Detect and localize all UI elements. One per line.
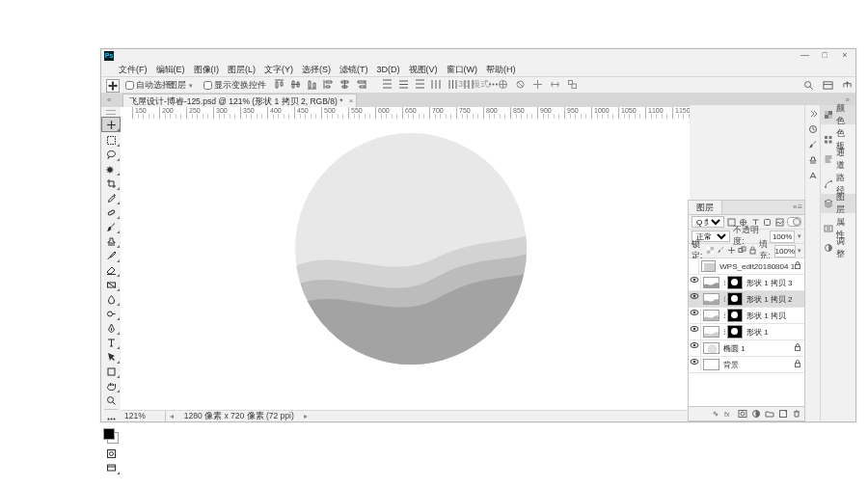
brush-panel-icon[interactable] xyxy=(806,138,820,151)
menu-item[interactable]: 滤镜(T) xyxy=(339,65,368,74)
gradient-tool[interactable] xyxy=(102,278,120,291)
link-layers-icon[interactable] xyxy=(710,409,720,420)
lock-trans-icon[interactable] xyxy=(706,246,715,256)
filter-toggle[interactable] xyxy=(787,217,801,227)
menu-bar[interactable]: 文件(F)编辑(E)图像(I)图层(L)文字(Y)选择(S)滤镜(T)3D(D)… xyxy=(101,63,855,77)
layer-mask-thumb[interactable] xyxy=(727,292,743,306)
orbit-icon[interactable] xyxy=(497,78,509,91)
auto-select-checkbox[interactable]: 自动选择: xyxy=(125,79,174,92)
layer-thumb[interactable] xyxy=(703,342,719,354)
align-top-icon[interactable] xyxy=(273,78,285,91)
dodge-tool[interactable] xyxy=(102,307,120,320)
healing-tool[interactable] xyxy=(102,205,120,219)
filter-smart-icon[interactable] xyxy=(774,217,785,228)
menu-item[interactable]: 视图(V) xyxy=(409,65,438,74)
visibility-toggle[interactable] xyxy=(689,258,699,274)
share-icon[interactable] xyxy=(840,78,854,92)
quickmask-icon[interactable] xyxy=(102,447,120,460)
distribute-bottom-icon[interactable] xyxy=(414,78,426,91)
layer-thumb[interactable] xyxy=(703,310,719,321)
history-brush-tool[interactable] xyxy=(102,249,120,262)
panel-tab-adjust[interactable]: 调整 xyxy=(821,238,855,258)
delete-layer-icon[interactable] xyxy=(791,409,801,420)
screenmode-icon[interactable] xyxy=(102,461,120,474)
eyedropper-tool[interactable] xyxy=(102,191,120,204)
align-vcenter-icon[interactable] xyxy=(289,78,302,91)
fill-value[interactable]: 100% xyxy=(774,245,796,258)
layer-thumb[interactable] xyxy=(701,260,716,272)
edit-toolbar-icon[interactable] xyxy=(102,412,120,425)
lock-all-icon[interactable] xyxy=(748,246,757,256)
layer-row[interactable]: ⁞形状 1 xyxy=(689,324,804,340)
layer-name[interactable]: 形状 1 拷贝 2 xyxy=(745,294,793,305)
align-left-icon[interactable] xyxy=(322,78,335,91)
move-tool-icon[interactable] xyxy=(106,79,120,93)
pen-tool[interactable] xyxy=(102,321,120,335)
adjustment-icon[interactable] xyxy=(750,409,761,420)
menu-item[interactable]: 文字(Y) xyxy=(264,65,293,74)
layer-thumb[interactable] xyxy=(703,293,719,305)
pan-icon[interactable] xyxy=(531,78,544,91)
visibility-toggle[interactable] xyxy=(689,357,701,372)
layer-name[interactable]: 形状 1 xyxy=(745,327,769,338)
layer-row[interactable]: ⁞形状 1 拷贝 xyxy=(689,308,804,324)
eraser-tool[interactable] xyxy=(102,263,120,277)
slide-icon[interactable] xyxy=(549,78,561,91)
panel-tab-swatch[interactable]: 颜色 xyxy=(821,105,855,124)
align-right-icon[interactable] xyxy=(355,78,367,91)
brush-tool[interactable] xyxy=(102,220,120,233)
collapse-arrow-icon[interactable] xyxy=(806,107,820,121)
zoom-tool[interactable] xyxy=(102,393,120,407)
menu-item[interactable]: 窗口(W) xyxy=(447,65,478,74)
wand-tool[interactable] xyxy=(102,162,120,176)
align-hcenter-icon[interactable] xyxy=(339,78,351,91)
distribute-left-icon[interactable] xyxy=(430,78,443,91)
document-tab[interactable]: 飞屋设计-博睿-125.psd @ 121% (形状 1 拷贝 2, RGB/8… xyxy=(122,94,357,108)
layer-row[interactable]: 椭圆 1 xyxy=(689,340,804,357)
menu-item[interactable]: 选择(S) xyxy=(302,65,331,74)
layer-thumb[interactable] xyxy=(703,326,719,338)
history-panel-icon[interactable] xyxy=(806,122,820,136)
lock-paint-icon[interactable] xyxy=(717,246,725,256)
menu-item[interactable]: 编辑(E) xyxy=(156,65,185,74)
status-left-arrow[interactable]: ◂ xyxy=(168,412,176,420)
path-select-tool[interactable] xyxy=(102,350,120,364)
layer-name[interactable]: WPS_edit20180804 10... xyxy=(718,262,794,271)
character-panel-icon[interactable] xyxy=(806,169,820,182)
type-tool[interactable] xyxy=(102,336,120,349)
show-transform-checkbox[interactable]: 显示变换控件 xyxy=(203,79,266,92)
visibility-toggle[interactable] xyxy=(689,291,701,307)
search-icon[interactable] xyxy=(801,78,815,92)
doc-info[interactable]: 1280 像素 x 720 像素 (72 ppi) xyxy=(178,411,300,421)
layer-name[interactable]: 形状 1 拷贝 xyxy=(745,311,786,321)
align-bottom-icon[interactable] xyxy=(306,78,318,91)
distribute-vcenter-icon[interactable] xyxy=(397,78,410,91)
menu-item[interactable]: 文件(F) xyxy=(119,65,148,74)
tab-scroll-left[interactable]: « xyxy=(107,95,111,104)
toolbox-grip[interactable] xyxy=(106,110,116,115)
maximize-button[interactable]: □ xyxy=(816,49,833,61)
visibility-toggle[interactable] xyxy=(689,275,701,290)
layer-mask-thumb[interactable] xyxy=(727,309,743,322)
menu-item[interactable]: 帮助(H) xyxy=(486,65,516,74)
layer-name[interactable]: 背景 xyxy=(721,360,739,370)
menu-item[interactable]: 图像(I) xyxy=(194,65,220,74)
scale-icon[interactable] xyxy=(566,78,579,91)
panel-tab-layers[interactable]: 图层 xyxy=(821,194,855,213)
minimize-button[interactable]: — xyxy=(796,49,813,61)
zoom-value[interactable]: 121% xyxy=(121,411,166,421)
layers-panel-title[interactable]: 图层 xyxy=(689,201,722,214)
workspace-menu-icon[interactable] xyxy=(821,78,834,92)
clone-panel-icon[interactable] xyxy=(806,153,820,167)
menu-item[interactable]: 3D(D) xyxy=(377,65,400,74)
close-tab-icon[interactable]: × xyxy=(349,95,354,108)
layer-row[interactable]: ⁞形状 1 拷贝 3 xyxy=(689,275,804,291)
menu-item[interactable]: 图层(L) xyxy=(228,65,256,74)
close-button[interactable]: × xyxy=(836,49,854,61)
layer-row[interactable]: ⁞形状 1 拷贝 2 xyxy=(689,291,804,308)
blur-tool[interactable] xyxy=(102,292,120,306)
visibility-toggle[interactable] xyxy=(689,340,701,356)
shape-tool[interactable] xyxy=(102,365,120,378)
roll-icon[interactable] xyxy=(514,78,527,91)
layer-row[interactable]: 背景 xyxy=(689,357,804,373)
